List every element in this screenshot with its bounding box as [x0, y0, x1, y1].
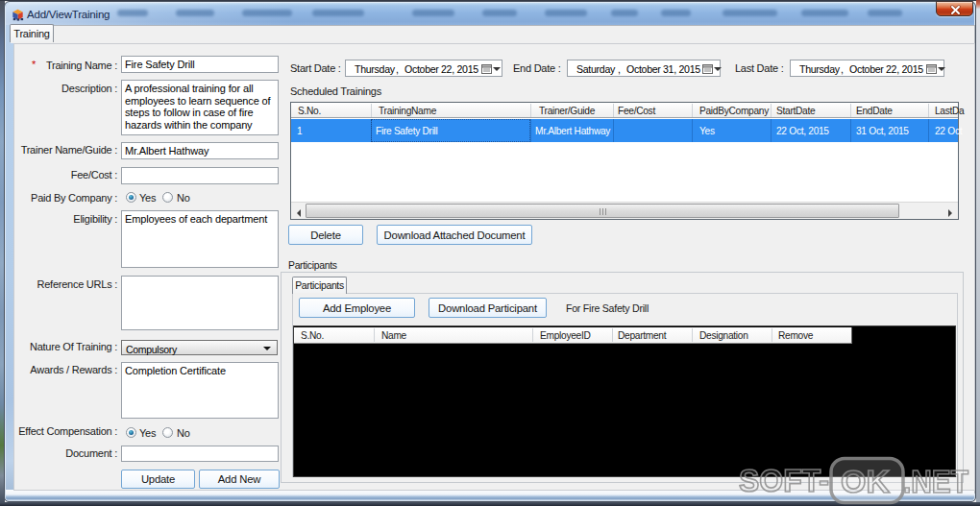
svg-text:OK: OK — [841, 463, 890, 499]
svg-text:SOFT-: SOFT- — [739, 462, 829, 498]
svg-text:.NET: .NET — [903, 463, 968, 499]
